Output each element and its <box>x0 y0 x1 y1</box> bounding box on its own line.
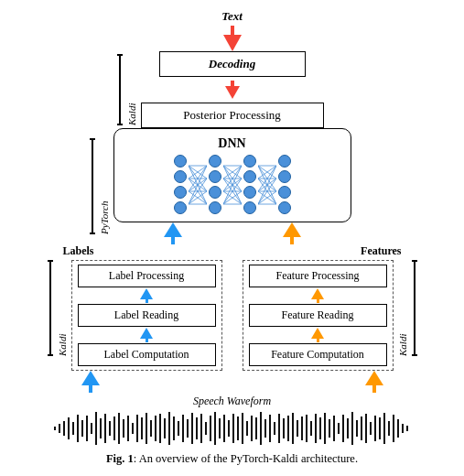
svg-rect-55 <box>86 416 88 441</box>
orange-arrow-dnn <box>283 222 301 244</box>
svg-rect-72 <box>164 418 166 438</box>
dnn-layer-4 <box>278 155 291 214</box>
arrow-head-red <box>223 35 242 51</box>
svg-rect-94 <box>264 419 266 438</box>
svg-rect-48 <box>54 427 56 430</box>
feature-processing-box: Feature Processing <box>249 265 387 287</box>
svg-rect-98 <box>283 418 285 438</box>
svg-rect-118 <box>374 416 376 441</box>
svg-rect-113 <box>351 412 353 445</box>
svg-rect-71 <box>159 414 161 443</box>
svg-rect-70 <box>155 416 156 441</box>
svg-rect-75 <box>178 421 179 436</box>
svg-rect-60 <box>109 421 111 436</box>
svg-rect-81 <box>205 422 207 435</box>
svg-rect-105 <box>315 414 317 443</box>
svg-rect-69 <box>150 420 152 437</box>
svg-rect-111 <box>342 415 344 442</box>
dnn-box: DNN <box>113 128 351 222</box>
svg-rect-68 <box>146 413 147 444</box>
svg-rect-93 <box>260 412 262 445</box>
fig-number: Fig. 1 <box>106 452 134 465</box>
labels-header: Labels <box>63 244 94 258</box>
svg-rect-106 <box>319 417 321 439</box>
diagram: Text Kaldi Decoding Poste <box>22 9 443 447</box>
svg-rect-90 <box>246 421 248 436</box>
svg-rect-83 <box>214 412 216 445</box>
svg-rect-66 <box>136 415 138 442</box>
svg-rect-52 <box>72 422 74 435</box>
svg-rect-110 <box>338 423 340 434</box>
svg-rect-114 <box>356 420 358 437</box>
text-label: Text <box>22 9 443 24</box>
dnn-layer-3 <box>243 155 256 214</box>
svg-rect-124 <box>402 424 404 433</box>
svg-rect-49 <box>59 424 60 433</box>
waveform-container: Speech Waveform <box>22 395 443 447</box>
orange-arrow-waveform <box>365 371 383 393</box>
svg-rect-115 <box>361 416 362 440</box>
svg-rect-51 <box>68 417 70 439</box>
dnn-layer-2 <box>209 155 221 214</box>
bracket-bottom <box>117 124 123 125</box>
bracket-side <box>119 56 121 124</box>
svg-rect-86 <box>228 420 230 437</box>
pytorch-section: PyTorch DNN <box>22 128 443 244</box>
dnn-input-arrows <box>113 222 351 244</box>
dnn-layer-1 <box>174 155 187 214</box>
pytorch-left-bracket <box>90 138 95 234</box>
kaldi-right-bottom <box>412 260 417 356</box>
svg-rect-57 <box>95 412 97 445</box>
svg-rect-122 <box>393 415 394 442</box>
svg-rect-54 <box>81 420 83 437</box>
svg-rect-109 <box>333 416 335 441</box>
feature-computation-box: Feature Computation <box>249 343 387 366</box>
svg-rect-100 <box>292 413 294 444</box>
bottom-boxes-section: Kaldi Label Processing Label Reading Lab… <box>22 260 443 371</box>
svg-rect-117 <box>370 422 372 435</box>
svg-rect-103 <box>306 415 308 442</box>
headers-row: Labels Features <box>63 244 402 258</box>
svg-rect-104 <box>310 421 312 436</box>
svg-rect-92 <box>255 417 257 439</box>
svg-rect-64 <box>127 416 129 441</box>
waveform-svg <box>49 410 415 447</box>
svg-rect-85 <box>223 415 225 442</box>
svg-rect-79 <box>196 417 198 439</box>
svg-rect-101 <box>297 420 298 437</box>
svg-rect-78 <box>191 413 193 444</box>
svg-rect-96 <box>274 422 275 435</box>
caption-text: : An overview of the PyTorch-Kaldi archi… <box>134 452 358 465</box>
svg-rect-84 <box>219 418 221 438</box>
arrow-shaft-top-red <box>231 26 234 35</box>
kaldi-left-bottom <box>48 260 53 356</box>
svg-rect-108 <box>329 419 330 438</box>
svg-rect-67 <box>141 417 143 439</box>
svg-rect-50 <box>63 421 65 436</box>
posterior-box: Posterior Processing <box>141 103 324 128</box>
arrow-between <box>225 81 240 99</box>
decoding-box: Decoding <box>159 51 306 77</box>
svg-rect-89 <box>242 413 243 444</box>
kaldi-label-bottom-left: Kaldi <box>57 260 68 356</box>
top-boxes: Decoding Posterior Processing <box>141 51 324 128</box>
label-processing-box: Label Processing <box>78 265 216 287</box>
svg-rect-119 <box>379 417 381 439</box>
kaldi-label-top: Kaldi <box>126 54 137 125</box>
label-computation-box: Label Computation <box>78 343 216 366</box>
svg-rect-73 <box>168 412 170 445</box>
page: Text Kaldi Decoding Poste <box>0 0 464 476</box>
svg-rect-112 <box>347 418 349 438</box>
waveform-arrows <box>63 371 402 393</box>
svg-rect-95 <box>269 415 271 442</box>
svg-rect-59 <box>104 414 106 443</box>
dnn-connections-3 <box>258 159 276 211</box>
svg-rect-102 <box>301 416 303 440</box>
svg-rect-82 <box>210 416 211 441</box>
feature-boxes-group: Feature Processing Feature Reading Featu… <box>243 260 394 371</box>
blue-arrow-dnn <box>164 222 182 244</box>
features-header: Features <box>361 244 401 258</box>
kaldi-label-bottom-right: Kaldi <box>397 260 408 356</box>
svg-rect-65 <box>132 423 134 434</box>
blue-arrow-waveform <box>81 371 100 393</box>
